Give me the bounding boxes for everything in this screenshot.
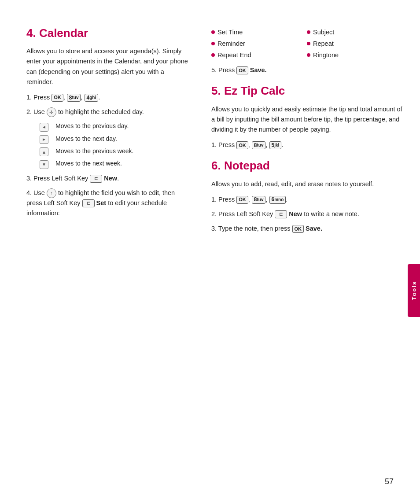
step5-bold: Save.	[250, 66, 267, 74]
page-number: 57	[385, 477, 394, 486]
nav-sub-bullets: ◄ Moves to the previous day. ► Moves to …	[40, 121, 189, 169]
sub-bullet-next-day: ► Moves to the next day.	[40, 134, 189, 144]
key-4ghi-1: 4 ghi	[85, 94, 99, 102]
key-8tuv-1: 8 tuv	[67, 94, 81, 102]
key-ok-ez: OK	[236, 141, 248, 149]
key-ok-5: OK	[236, 66, 248, 74]
calendar-title: 4. Calendar	[26, 26, 189, 40]
calendar-step2: 2. Use ✛ to highlight the scheduled day.	[26, 107, 189, 117]
sub-bullet-next-week: ▼ Moves to the next week.	[40, 159, 189, 169]
step4-label: 4. Use	[26, 189, 45, 196]
soft-key-icon-4: ⊏	[82, 199, 95, 207]
key-8tuv-ez: 8 tuv	[252, 141, 266, 149]
key-8tuv-np: 8 tuv	[252, 196, 266, 204]
right-column: Set Time Reminder Repeat End Subject	[203, 26, 420, 478]
nav-circle-icon: ✛	[47, 107, 56, 117]
bullet-ringtone: Ringtone	[307, 49, 402, 61]
step2-text: to highlight the scheduled day.	[58, 108, 144, 115]
nav-circle-icon-2: ↑	[47, 188, 56, 198]
step2-label: 2. Use	[26, 108, 45, 115]
sidebar-tab: Tools	[408, 264, 420, 317]
ez-step1-label: 1. Press	[211, 141, 235, 148]
right-arrow-icon: ►	[40, 135, 48, 144]
left-column: 4. Calendar Allows you to store and acce…	[0, 26, 203, 478]
notepad-body: Allows you to add, read, edit, and erase…	[211, 179, 402, 189]
notepad-step2-suffix: to write a new note.	[304, 210, 359, 217]
soft-key-icon-np: ⊏	[275, 210, 287, 218]
bullet-repeat: Repeat	[307, 38, 402, 49]
sub-bullet-prev-day: ◄ Moves to the previous day.	[40, 121, 189, 131]
bullet-dot-3	[211, 53, 215, 57]
notepad-step2-bold: New	[289, 210, 302, 217]
calendar-step5: 5. Press OK Save.	[211, 65, 402, 75]
calendar-step4: 4. Use ↑ to highlight the field you wish…	[26, 188, 189, 219]
bullet-dot-5	[307, 42, 310, 45]
ez-tip-step1: 1. Press OK, 8 tuv, 5 jkl.	[211, 140, 402, 150]
notepad-step3-label: 3. Type the note, then press	[211, 225, 291, 232]
bullet-col-1: Set Time Reminder Repeat End	[211, 26, 307, 61]
ez-tip-title: 5. Ez Tip Calc	[211, 84, 402, 98]
step5-label: 5. Press	[211, 66, 235, 74]
bullet-dot-6	[307, 53, 310, 57]
calendar-step1: 1. Press OK, 8 tuv, 4 ghi.	[26, 92, 189, 103]
page: 4. Calendar Allows you to store and acce…	[0, 0, 420, 504]
bullet-set-time: Set Time	[211, 26, 307, 38]
calendar-step3: 3. Press Left Soft Key ⊏ New.	[26, 173, 189, 184]
bullet-subject: Subject	[307, 26, 402, 38]
step3-bold: New	[104, 175, 117, 182]
notepad-step2: 2. Press Left Soft Key ⊏ New to write a …	[211, 209, 402, 219]
ez-tip-body: Allows you to quickly and easily estimat…	[211, 104, 402, 135]
bullet-reminder: Reminder	[211, 38, 307, 49]
step3-label: 3. Press Left Soft Key	[26, 175, 88, 182]
bullet-dot-2	[211, 42, 215, 45]
calendar-body: Allows you to store and access your agen…	[26, 46, 189, 87]
step1-label: 1. Press	[26, 94, 50, 101]
notepad-step1-label: 1. Press	[211, 196, 235, 203]
key-ok-1: OK	[52, 94, 63, 102]
key-ok-np: OK	[236, 196, 248, 204]
up-arrow-icon: ▲	[40, 147, 48, 156]
soft-key-icon-3: ⊏	[90, 175, 102, 183]
key-6mno-np: 6 mno	[269, 196, 286, 204]
notepad-step3-bold: Save.	[306, 225, 322, 232]
bullet-dot-1	[211, 30, 215, 34]
sub-bullet-prev-week: ▲ Moves to the previous week.	[40, 147, 189, 156]
down-arrow-icon: ▼	[40, 160, 48, 169]
bullet-col-2: Subject Repeat Ringtone	[307, 26, 402, 61]
key-5jkl-ez: 5 jkl	[269, 141, 282, 149]
notepad-title: 6. Notepad	[211, 159, 402, 173]
sidebar-label: Tools	[411, 281, 417, 300]
page-number-line	[352, 473, 405, 473]
features-bullet-list: Set Time Reminder Repeat End Subject	[211, 26, 402, 61]
left-arrow-icon: ◄	[40, 123, 48, 132]
key-ok-np3: OK	[292, 225, 304, 233]
bullet-dot-4	[307, 30, 310, 34]
notepad-step1: 1. Press OK, 8 tuv, 6 mno.	[211, 195, 402, 205]
notepad-step3: 3. Type the note, then press OK Save.	[211, 224, 402, 234]
bullet-repeat-end: Repeat End	[211, 49, 307, 61]
step4-bold: Set	[96, 199, 107, 206]
notepad-step2-label: 2. Press Left Soft Key	[211, 210, 273, 217]
